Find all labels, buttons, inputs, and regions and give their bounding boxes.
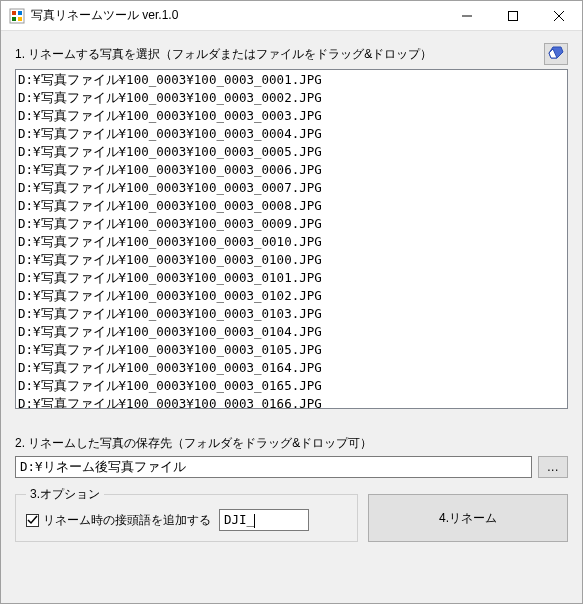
rename-button[interactable]: 4.リネーム [368,494,568,542]
section1-label: 1. リネームする写真を選択（フォルダまたはファイルをドラッグ&ドロップ） [15,46,432,63]
browse-button[interactable]: ... [538,456,568,478]
svg-rect-3 [12,17,16,21]
titlebar: 写真リネームツール ver.1.0 [1,1,582,31]
client-area: 1. リネームする写真を選択（フォルダまたはファイルをドラッグ&ドロップ） D:… [1,31,582,603]
file-list-item[interactable]: D:¥写真ファイル¥100_0003¥100_0003_0165.JPG [18,377,565,395]
file-list-item[interactable]: D:¥写真ファイル¥100_0003¥100_0003_0005.JPG [18,143,565,161]
file-list-item[interactable]: D:¥写真ファイル¥100_0003¥100_0003_0166.JPG [18,395,565,409]
svg-rect-4 [18,17,22,21]
prefix-checkbox[interactable] [26,514,39,527]
svg-rect-1 [12,11,16,15]
svg-rect-6 [509,11,518,20]
close-button[interactable] [536,1,582,31]
file-list[interactable]: D:¥写真ファイル¥100_0003¥100_0003_0001.JPGD:¥写… [15,69,568,409]
file-list-item[interactable]: D:¥写真ファイル¥100_0003¥100_0003_0008.JPG [18,197,565,215]
file-list-item[interactable]: D:¥写真ファイル¥100_0003¥100_0003_0004.JPG [18,125,565,143]
dest-path-input[interactable]: D:¥リネーム後写真ファイル [15,456,532,478]
file-list-item[interactable]: D:¥写真ファイル¥100_0003¥100_0003_0164.JPG [18,359,565,377]
file-list-item[interactable]: D:¥写真ファイル¥100_0003¥100_0003_0007.JPG [18,179,565,197]
dest-path-value: D:¥リネーム後写真ファイル [20,459,186,474]
window-title: 写真リネームツール ver.1.0 [25,7,444,24]
file-list-item[interactable]: D:¥写真ファイル¥100_0003¥100_0003_0001.JPG [18,71,565,89]
section2-label: 2. リネームした写真の保存先（フォルダをドラッグ&ドロップ可） [15,435,568,452]
file-list-item[interactable]: D:¥写真ファイル¥100_0003¥100_0003_0010.JPG [18,233,565,251]
file-list-item[interactable]: D:¥写真ファイル¥100_0003¥100_0003_0003.JPG [18,107,565,125]
check-icon [27,515,38,526]
prefix-checkbox-wrap[interactable]: リネーム時の接頭語を追加する [26,512,211,529]
file-list-item[interactable]: D:¥写真ファイル¥100_0003¥100_0003_0006.JPG [18,161,565,179]
minimize-button[interactable] [444,1,490,31]
app-icon [9,8,25,24]
clear-list-button[interactable] [544,43,568,65]
file-list-item[interactable]: D:¥写真ファイル¥100_0003¥100_0003_0100.JPG [18,251,565,269]
eraser-icon [548,46,564,63]
browse-label: ... [547,460,559,474]
file-list-item[interactable]: D:¥写真ファイル¥100_0003¥100_0003_0002.JPG [18,89,565,107]
file-list-item[interactable]: D:¥写真ファイル¥100_0003¥100_0003_0103.JPG [18,305,565,323]
file-list-item[interactable]: D:¥写真ファイル¥100_0003¥100_0003_0101.JPG [18,269,565,287]
file-list-item[interactable]: D:¥写真ファイル¥100_0003¥100_0003_0009.JPG [18,215,565,233]
file-list-item[interactable]: D:¥写真ファイル¥100_0003¥100_0003_0102.JPG [18,287,565,305]
rename-button-label: 4.リネーム [439,510,497,527]
text-caret [254,514,255,528]
prefix-value: DJI_ [224,512,254,527]
file-list-item[interactable]: D:¥写真ファイル¥100_0003¥100_0003_0105.JPG [18,341,565,359]
prefix-checkbox-label: リネーム時の接頭語を追加する [43,512,211,529]
app-window: 写真リネームツール ver.1.0 1. リネームする写真を選択（フォルダまたは… [0,0,583,604]
section1-header: 1. リネームする写真を選択（フォルダまたはファイルをドラッグ&ドロップ） [15,43,568,65]
options-legend: 3.オプション [26,486,104,503]
file-list-item[interactable]: D:¥写真ファイル¥100_0003¥100_0003_0104.JPG [18,323,565,341]
prefix-input[interactable]: DJI_ [219,509,309,531]
svg-rect-2 [18,11,22,15]
maximize-button[interactable] [490,1,536,31]
options-group: 3.オプション リネーム時の接頭語を追加する DJI_ [15,494,358,542]
